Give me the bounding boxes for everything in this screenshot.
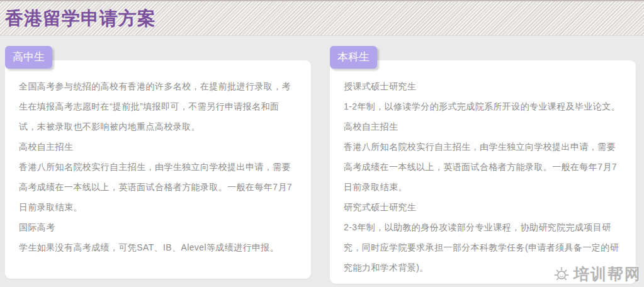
sun-face-icon bbox=[553, 266, 570, 283]
card-paragraph: 香港八所知名院校实行自主招生，由学生独立向学校提出申请，需要高考成绩在一本线以上… bbox=[344, 137, 622, 197]
card-highschool: 高中生 全国高考参与统招的高校有香港的许多名校，在提前批进行录取，考生在填报高考… bbox=[5, 46, 311, 284]
card-paragraph: 学生如果没有高考成绩，可凭SAT、IB、Alevel等成绩进行申报。 bbox=[19, 237, 297, 257]
highschool-badge: 高中生 bbox=[5, 46, 52, 69]
card-paragraph: 全国高考参与统招的高校有香港的许多名校，在提前批进行录取，考生在填报高考志愿时在… bbox=[19, 76, 297, 137]
page-header: 香港留学申请方案 bbox=[0, 0, 644, 36]
card-paragraph: 香港八所知名院校实行自主招生，由学生独立向学校提出申请，需要高考成绩在一本线以上… bbox=[19, 157, 297, 217]
watermark-text: 培训帮网 bbox=[573, 264, 641, 284]
watermark-logo: 培训帮网 bbox=[553, 264, 641, 284]
highschool-card-body: 全国高考参与统招的高校有香港的许多名校，在提前批进行录取，考生在填报高考志愿时在… bbox=[5, 60, 311, 279]
cards-container: 高中生 全国高考参与统招的高校有香港的许多名校，在提前批进行录取，考生在填报高考… bbox=[5, 46, 636, 284]
page-title: 香港留学申请方案 bbox=[5, 9, 156, 28]
undergraduate-card-body: 授课式硕士研究生 1-2年制，以修读学分的形式完成院系所开设的专业课程及毕业论文… bbox=[330, 60, 636, 284]
card-undergraduate: 本科生 授课式硕士研究生 1-2年制，以修读学分的形式完成院系所开设的专业课程及… bbox=[330, 46, 636, 284]
card-subheading: 高校自主招生 bbox=[19, 137, 297, 157]
card-subheading: 授课式硕士研究生 bbox=[344, 76, 622, 96]
card-paragraph: 1-2年制，以修读学分的形式完成院系所开设的专业课程及毕业论文。 bbox=[344, 96, 622, 116]
card-subheading: 研究式硕士研究生 bbox=[344, 197, 622, 217]
card-subheading: 国际高考 bbox=[19, 217, 297, 237]
card-subheading: 高校自主招生 bbox=[344, 116, 622, 137]
undergraduate-badge: 本科生 bbox=[330, 46, 377, 69]
